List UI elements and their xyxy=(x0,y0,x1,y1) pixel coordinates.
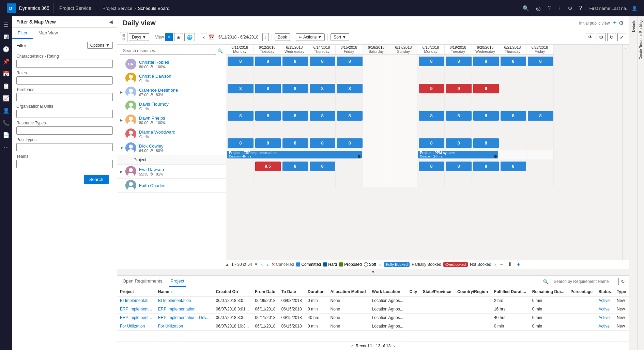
cell-status[interactable]: Active xyxy=(596,314,614,322)
booking-cell[interactable] xyxy=(417,68,444,82)
add-button[interactable]: + xyxy=(555,3,563,13)
zoom-out-button[interactable]: − xyxy=(499,261,504,268)
module-name[interactable]: Project Service xyxy=(54,5,97,11)
name-link[interactable]: ERP Implementation xyxy=(158,307,196,311)
booking-cell[interactable]: 8 xyxy=(417,136,444,150)
booking-cell[interactable]: 8 xyxy=(417,109,444,123)
booking-block[interactable]: 8 xyxy=(473,57,499,66)
col-percentage[interactable]: Percentage xyxy=(568,287,596,296)
page-settings-button[interactable]: ⚙ xyxy=(619,20,624,26)
col-status[interactable]: Status xyxy=(596,287,614,296)
sidebar-pinned-button[interactable]: 📌 xyxy=(1,56,12,67)
booking-cell[interactable] xyxy=(499,173,526,187)
project-booking-block[interactable]: Project - PPM system Duration: 24 hrs xyxy=(418,151,498,158)
col-remaining[interactable]: Remaining Dur... xyxy=(530,287,568,296)
booking-cell[interactable]: 8 xyxy=(335,109,363,123)
booking-cell[interactable] xyxy=(254,95,281,109)
booking-block[interactable]: 8 xyxy=(419,111,444,121)
cell-project[interactable]: BI Implementati... xyxy=(117,296,155,305)
resource-name[interactable]: Christal Robles xyxy=(139,60,223,65)
booking-block[interactable]: 8 xyxy=(282,84,308,93)
booking-cell[interactable]: 8 xyxy=(226,136,254,150)
col-type[interactable]: Type xyxy=(614,287,629,296)
roles-select[interactable] xyxy=(16,76,113,85)
filter-options-button[interactable]: Options ▼ xyxy=(87,42,113,49)
booking-cell[interactable]: 8 xyxy=(281,55,308,68)
booking-cell[interactable] xyxy=(363,173,390,187)
bottom-search-button[interactable]: 🔍 xyxy=(543,279,549,284)
booking-cell[interactable] xyxy=(226,173,254,187)
tab-map-view[interactable]: Map View xyxy=(33,28,63,39)
bottom-search-input[interactable] xyxy=(551,278,619,285)
cell-name[interactable]: BI Implementation xyxy=(155,296,213,305)
col-name[interactable]: Name ↑ xyxy=(155,287,213,296)
booking-handle[interactable] xyxy=(494,155,497,158)
resource-expand-button[interactable]: ▶ xyxy=(120,170,123,173)
resource-expand-button[interactable]: ▶ xyxy=(120,90,123,94)
booking-cell[interactable] xyxy=(363,136,390,150)
booking-block[interactable]: 8 xyxy=(473,111,499,121)
pool-types-select[interactable] xyxy=(16,143,113,151)
sidebar-list-button[interactable]: 📋 xyxy=(1,80,12,91)
col-state[interactable]: State/Province xyxy=(420,287,455,296)
tab-project[interactable]: Project xyxy=(169,276,185,287)
project-link[interactable]: ERP Implement... xyxy=(120,307,152,311)
resource-name[interactable]: Dawn Phelps xyxy=(139,116,223,121)
cell-project[interactable]: ERP Implement... xyxy=(117,314,155,322)
booking-cell[interactable] xyxy=(444,95,472,109)
booking-block[interactable]: 8 xyxy=(255,84,281,93)
name-link[interactable]: BI Implementation xyxy=(158,298,191,303)
sidebar-more-button[interactable]: ⋯ xyxy=(1,142,12,153)
booking-cell[interactable] xyxy=(526,82,553,95)
grid-view-button[interactable]: ⊟⊟ xyxy=(120,32,127,42)
booking-cell[interactable]: 8 xyxy=(472,55,499,68)
expand-up-button[interactable]: ▲ xyxy=(225,262,229,267)
actions-button[interactable]: ⇐ Actions ▼ xyxy=(296,33,325,41)
booking-block[interactable]: 8 xyxy=(337,138,363,148)
eye-button[interactable]: 👁 xyxy=(586,33,595,41)
booking-cell[interactable] xyxy=(390,95,417,109)
booking-cell[interactable] xyxy=(444,68,472,82)
resource-search-input[interactable] xyxy=(120,47,216,55)
booking-cell[interactable] xyxy=(390,109,417,123)
booking-cell[interactable] xyxy=(363,55,390,68)
booking-cell[interactable] xyxy=(226,95,254,109)
booking-cell[interactable] xyxy=(363,123,390,136)
name-link[interactable]: For Utilization xyxy=(158,324,183,329)
days-button[interactable]: Days ▼ xyxy=(129,33,149,41)
help-icon-button[interactable]: ? xyxy=(545,3,553,13)
booking-cell[interactable]: 8 xyxy=(254,136,281,150)
booking-cell[interactable] xyxy=(308,95,335,109)
booking-block[interactable]: 8 xyxy=(446,57,472,66)
cell-project[interactable]: ERP Implement... xyxy=(117,305,155,314)
cell-project[interactable]: For Utilization xyxy=(117,322,155,331)
cell-status[interactable]: Active xyxy=(596,322,614,331)
booking-cell[interactable] xyxy=(281,123,308,136)
booking-block[interactable]: 8 xyxy=(501,57,526,66)
booking-cell[interactable] xyxy=(472,68,499,82)
booking-block[interactable]: 8 xyxy=(310,111,335,121)
project-link[interactable]: ERP Implement... xyxy=(120,315,152,320)
booking-cell[interactable] xyxy=(390,123,417,136)
col-created-on[interactable]: Created On xyxy=(213,287,252,296)
next-date-button[interactable]: › xyxy=(262,33,269,41)
booking-cell[interactable]: 9.5 xyxy=(254,159,281,173)
booking-cell[interactable] xyxy=(499,82,526,95)
booking-cell[interactable] xyxy=(254,123,281,136)
legend-nav-prev-button[interactable]: ‹ xyxy=(378,262,382,267)
booking-cell[interactable] xyxy=(417,173,444,187)
booking-cell[interactable] xyxy=(499,123,526,136)
bottom-toggle-button[interactable]: ▼ xyxy=(371,270,375,274)
cell-name[interactable]: ERP Implementation xyxy=(155,305,213,314)
booking-cell[interactable] xyxy=(335,123,363,136)
booking-cell[interactable] xyxy=(226,68,254,82)
add-view-button[interactable]: + xyxy=(612,19,616,27)
teams-select[interactable] xyxy=(16,160,113,168)
booking-cell[interactable] xyxy=(390,82,417,95)
breadcrumb-parent[interactable]: Project Service xyxy=(103,6,132,11)
gear-icon-button[interactable]: ⚙ xyxy=(565,3,575,14)
booking-cell[interactable]: 8 xyxy=(254,55,281,68)
booking-block[interactable]: 9 xyxy=(419,84,444,93)
record-prev-button[interactable]: ‹ xyxy=(351,343,353,349)
booking-block[interactable]: 8 xyxy=(310,162,335,171)
